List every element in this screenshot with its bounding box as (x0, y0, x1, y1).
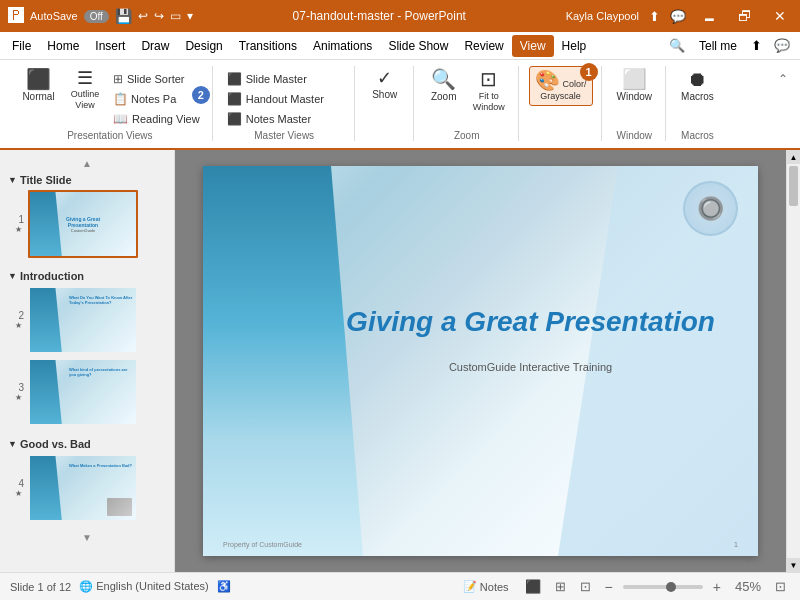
section-goodbad-header[interactable]: ▼ Good vs. Bad (8, 436, 166, 452)
menu-draw[interactable]: Draw (133, 35, 177, 57)
share-ribbon-icon[interactable]: ⬆ (745, 38, 768, 53)
slide-item-2[interactable]: 2 ★ What Do You Want To Know After Today… (8, 284, 166, 356)
panel-scroll-down[interactable]: ▼ (0, 530, 174, 544)
menu-design[interactable]: Design (177, 35, 230, 57)
outline-view-button[interactable]: ☰ OutlineView (65, 66, 105, 114)
thumb-title-1: Giving a GreatPresentation (66, 216, 100, 228)
scroll-thumb[interactable] (789, 166, 798, 206)
slide-item-3[interactable]: 3 ★ What kind of presentations are you g… (8, 356, 166, 428)
slide-thumb-4[interactable]: What Makes a Presentation Bad? (28, 454, 138, 522)
ribbon-group-show: ✓ Show (357, 66, 414, 141)
comments-ribbon-icon[interactable]: 💬 (768, 38, 796, 53)
view-grid-icon[interactable]: ⊞ (551, 577, 570, 596)
zoom-thumb[interactable] (666, 582, 676, 592)
accessibility-icon[interactable]: ♿ (217, 580, 231, 593)
window-title: 07-handout-master - PowerPoint (293, 9, 466, 23)
canvas-scrollbar-v[interactable]: ▲ ▼ (786, 150, 800, 572)
outline-icon: ☰ (77, 69, 93, 87)
user-name: Kayla Claypool (566, 10, 639, 22)
thumb-text-2: What Do You Want To Know After Today's P… (67, 293, 136, 307)
handout-master-button[interactable]: ⬛ Handout Master (223, 90, 328, 108)
menu-slideshow[interactable]: Slide Show (380, 35, 456, 57)
macros-button[interactable]: ⏺ Macros (676, 66, 719, 105)
autosave-toggle[interactable]: Off (84, 10, 109, 23)
menu-view[interactable]: View (512, 35, 554, 57)
fit-window-icon: ⊡ (480, 69, 497, 89)
menu-help[interactable]: Help (554, 35, 595, 57)
menu-insert[interactable]: Insert (87, 35, 133, 57)
menu-tellme[interactable]: Tell me (691, 35, 745, 57)
section-title-slide-header[interactable]: ▼ Title Slide (8, 172, 166, 188)
macros-label: Macros (681, 91, 714, 102)
customize-icon[interactable]: ▾ (187, 9, 193, 23)
window-button[interactable]: ⬜ Window (612, 66, 658, 105)
ribbon-group-window: ⬜ Window Window (604, 66, 667, 141)
zoom-minus-btn[interactable]: − (601, 577, 617, 597)
scroll-down-btn[interactable]: ▼ (787, 558, 800, 572)
save-icon[interactable]: 💾 (115, 8, 132, 24)
fit-to-window-label: Fit toWindow (473, 91, 505, 113)
scroll-up-btn[interactable]: ▲ (787, 150, 800, 164)
slide-sorter-button[interactable]: ⊞ Slide Sorter (109, 70, 204, 88)
search-icon[interactable]: 🔍 (663, 38, 691, 53)
slide-count: Slide 1 of 12 (10, 581, 71, 593)
slide-canvas[interactable]: 🔘 Giving a Great Presentation CustomGuid… (203, 166, 758, 556)
show-button[interactable]: ✓ Show (365, 66, 405, 103)
slide-item-1[interactable]: 1 ★ Giving a GreatPresentation CustomGui… (8, 188, 166, 260)
minimize-button[interactable]: 🗕 (696, 6, 722, 26)
slide-star-1: ★ (15, 225, 22, 234)
redo-icon[interactable]: ↪ (154, 9, 164, 23)
step-badge-2: 2 (192, 86, 210, 104)
reading-view-button[interactable]: 📖 Reading View (109, 110, 204, 128)
slide-item-4[interactable]: 4 ★ What Makes a Presentation Bad? (8, 452, 166, 524)
slide-subtitle[interactable]: CustomGuide Interactive Training (333, 361, 728, 373)
menu-file[interactable]: File (4, 35, 39, 57)
menu-animations[interactable]: Animations (305, 35, 380, 57)
section-goodbad-label: Good vs. Bad (20, 438, 91, 450)
comments-icon[interactable]: 💬 (670, 9, 686, 24)
zoom-group-label: Zoom (424, 128, 510, 141)
scroll-track[interactable] (787, 164, 800, 558)
normal-label: Normal (22, 91, 54, 102)
language: 🌐 English (United States) (79, 580, 209, 593)
slide-thumb-1[interactable]: Giving a GreatPresentation CustomGuide (28, 190, 138, 258)
slide-sorter-icon: ⊞ (113, 72, 123, 86)
zoom-button[interactable]: 🔍 Zoom (424, 66, 464, 105)
zoom-level[interactable]: 45% (731, 577, 765, 596)
zoom-content: 🔍 Zoom ⊡ Fit toWindow (424, 66, 510, 128)
section-introduction-header[interactable]: ▼ Introduction (8, 268, 166, 284)
undo-icon[interactable]: ↩ (138, 9, 148, 23)
menu-review[interactable]: Review (456, 35, 511, 57)
slide-star-3: ★ (15, 393, 22, 402)
master-views-buttons: ⬛ Slide Master ⬛ Handout Master ⬛ Notes … (223, 66, 328, 128)
ribbon: ⬛ Normal ☰ OutlineView ⊞ Slide Sorter 📋 (0, 60, 800, 150)
notes-master-button[interactable]: ⬛ Notes Master (223, 110, 328, 128)
slide-main-title[interactable]: Giving a Great Presentation (333, 306, 728, 338)
close-button[interactable]: ✕ (768, 6, 792, 26)
collapse-ribbon-icon[interactable]: ⌃ (774, 70, 792, 88)
slide-number-2: 2 (12, 310, 24, 321)
share-icon[interactable]: ⬆ (649, 9, 660, 24)
fit-slide-btn[interactable]: ⊡ (771, 577, 790, 596)
slide-thumb-2[interactable]: What Do You Want To Know After Today's P… (28, 286, 138, 354)
ribbon-groups: ⬛ Normal ☰ OutlineView ⊞ Slide Sorter 📋 (0, 64, 800, 145)
panel-scroll-up[interactable]: ▲ (0, 156, 174, 170)
view-normal-icon[interactable]: ⬛ (521, 577, 545, 596)
normal-view-button[interactable]: ⬛ Normal (16, 66, 61, 105)
autosave-label: AutoSave (30, 10, 78, 22)
notes-button[interactable]: 📝 Notes (457, 578, 515, 595)
window-icon: ⬜ (622, 69, 647, 89)
view-reading-icon[interactable]: ⊡ (576, 577, 595, 596)
restore-button[interactable]: 🗗 (732, 6, 758, 26)
color-grayscale-button[interactable]: 🎨 Color/Grayscale 1 (529, 66, 593, 106)
slide-thumb-3[interactable]: What kind of presentations are you givin… (28, 358, 138, 426)
menu-home[interactable]: Home (39, 35, 87, 57)
notes-page-button[interactable]: 📋 Notes Pa 2 (109, 90, 204, 108)
zoom-plus-btn[interactable]: + (709, 577, 725, 597)
present-icon[interactable]: ▭ (170, 9, 181, 23)
ribbon-group-color: 🎨 Color/Grayscale 1 (521, 66, 602, 141)
fit-to-window-button[interactable]: ⊡ Fit toWindow (468, 66, 510, 116)
slide-master-button[interactable]: ⬛ Slide Master (223, 70, 328, 88)
zoom-slider[interactable] (623, 585, 703, 589)
menu-transitions[interactable]: Transitions (231, 35, 305, 57)
